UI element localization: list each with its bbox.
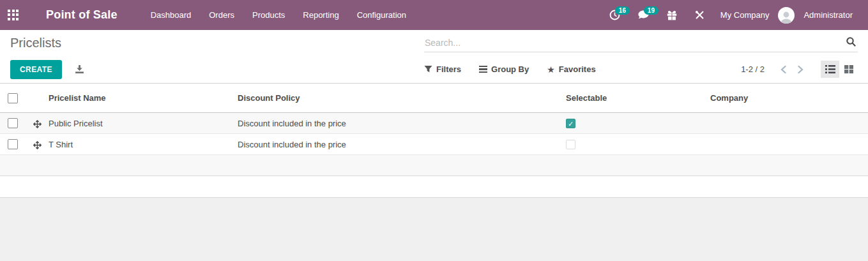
search-box — [424, 34, 858, 52]
company-menu[interactable]: My Company — [715, 10, 775, 20]
control-panel-top: Pricelists — [0, 30, 868, 56]
pager-previous-button[interactable] — [775, 63, 792, 77]
row-select-checkbox[interactable] — [8, 139, 18, 149]
main-menu: Dashboard Orders Products Reporting Conf… — [142, 0, 415, 30]
menu-configuration[interactable]: Configuration — [348, 0, 415, 30]
cell-discount-policy: Discount included in the price — [238, 113, 566, 134]
favorites-button[interactable]: ★ Favorites — [547, 64, 595, 74]
list-view-icon — [825, 65, 835, 73]
group-by-label: Group By — [491, 64, 529, 74]
selectable-checkbox — [566, 119, 575, 128]
drag-handle-icon[interactable] — [33, 120, 42, 128]
export-download-icon[interactable] — [75, 64, 84, 74]
row-select-checkbox[interactable] — [8, 118, 18, 128]
group-by-button[interactable]: Group By — [479, 64, 529, 74]
handle-column-header — [26, 84, 49, 113]
user-avatar[interactable] — [778, 7, 795, 24]
tools-menu-button[interactable] — [688, 6, 712, 24]
messages-menu-button[interactable]: 19 — [631, 5, 656, 25]
app-title[interactable]: Point of Sale — [46, 8, 118, 22]
star-icon: ★ — [547, 65, 555, 74]
column-header-discount-policy[interactable]: Discount Policy — [238, 84, 566, 113]
filters-label: Filters — [436, 64, 461, 74]
kanban-view-button[interactable] — [839, 61, 858, 78]
crossed-tools-icon — [694, 10, 705, 20]
favorites-label: Favorites — [559, 64, 596, 74]
cell-discount-policy: Discount included in the price — [238, 134, 566, 155]
menu-orders[interactable]: Orders — [200, 0, 243, 30]
pricelists-table: Pricelist Name Discount Policy Selectabl… — [0, 83, 868, 176]
search-facets: Filters Group By ★ Favorites — [424, 64, 596, 74]
pager-value[interactable]: 1-2 / 2 — [741, 64, 765, 74]
pager-next-button[interactable] — [792, 63, 809, 77]
messages-counter-badge: 19 — [644, 6, 659, 15]
rewards-menu-button[interactable] — [660, 6, 684, 25]
view-switcher — [821, 61, 858, 78]
table-row[interactable]: Public Pricelist Discount included in th… — [0, 113, 868, 134]
list-view-button[interactable] — [821, 61, 839, 78]
cell-company — [710, 134, 868, 155]
table-row[interactable]: T Shirt Discount included in the price — [0, 134, 868, 155]
cell-pricelist-name: Public Pricelist — [49, 113, 238, 134]
column-header-company[interactable]: Company — [710, 84, 868, 113]
column-header-pricelist-name[interactable]: Pricelist Name — [49, 84, 238, 113]
drag-handle-icon[interactable] — [33, 141, 42, 149]
search-icon[interactable] — [846, 36, 857, 47]
select-all-checkbox[interactable] — [8, 93, 18, 103]
table-header-row: Pricelist Name Discount Policy Selectabl… — [0, 84, 868, 113]
cell-company — [710, 113, 868, 134]
control-panel-buttons: CREATE Filters Group By ★ Favorites 1-2 … — [0, 56, 868, 83]
pager-area: 1-2 / 2 — [741, 61, 858, 78]
cell-pricelist-name: T Shirt — [49, 134, 238, 155]
activity-menu-button[interactable]: 16 — [602, 5, 627, 25]
kanban-view-icon — [844, 65, 853, 73]
column-header-selectable[interactable]: Selectable — [566, 84, 710, 113]
content-spacer — [0, 176, 868, 197]
create-button[interactable]: CREATE — [10, 60, 62, 79]
menu-reporting[interactable]: Reporting — [294, 0, 347, 30]
apps-menu-icon[interactable] — [8, 10, 19, 21]
activity-counter-badge: 16 — [615, 6, 630, 15]
action-buttons: CREATE — [10, 60, 424, 79]
menu-products[interactable]: Products — [243, 0, 294, 30]
empty-stripe-row — [0, 155, 868, 176]
navbar-systray: 16 19 My Company — [602, 5, 858, 25]
top-navbar: Point of Sale Dashboard Orders Products … — [0, 0, 868, 30]
page-title: Pricelists — [10, 36, 424, 50]
user-menu[interactable]: Administrator — [798, 10, 858, 20]
filters-button[interactable]: Filters — [424, 64, 461, 74]
funnel-icon — [424, 65, 432, 73]
gift-icon — [666, 10, 678, 21]
menu-dashboard[interactable]: Dashboard — [142, 0, 201, 30]
search-input[interactable] — [424, 34, 858, 52]
bars-icon — [479, 66, 487, 73]
page-background — [0, 197, 868, 261]
selectable-checkbox — [566, 140, 575, 149]
